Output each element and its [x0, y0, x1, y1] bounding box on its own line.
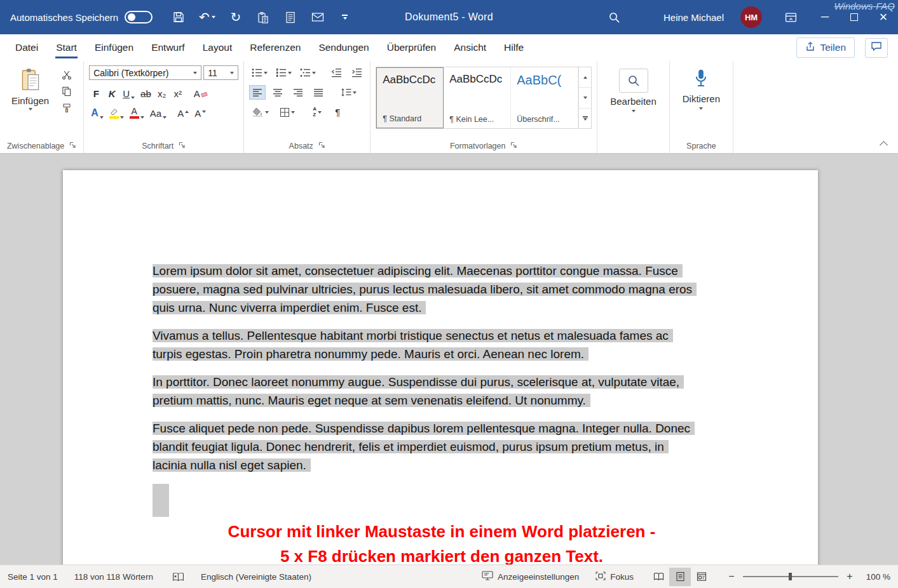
paste-button[interactable]: Einfügen — [5, 65, 55, 113]
word-count[interactable]: 118 von 118 Wörtern — [74, 572, 153, 582]
font-color-button[interactable]: A — [128, 105, 146, 119]
dialog-launcher-icon[interactable] — [510, 142, 517, 150]
maximize-button[interactable] — [840, 0, 869, 34]
dialog-launcher-icon[interactable] — [179, 142, 186, 150]
undo-dropdown-icon[interactable] — [212, 16, 215, 18]
align-left-button[interactable] — [249, 85, 266, 100]
grow-font-button[interactable]: A — [175, 105, 191, 119]
shading-button[interactable] — [249, 105, 272, 119]
qat-customize-icon[interactable] — [338, 10, 352, 25]
gallery-scroll-up-icon[interactable] — [579, 67, 591, 88]
qat-mail-icon[interactable] — [311, 10, 325, 25]
minimize-button[interactable]: ─ — [810, 0, 840, 34]
page-indicator[interactable]: Seite 1 von 1 — [8, 572, 58, 582]
underline-dropdown-icon[interactable] — [131, 97, 135, 99]
superscript-button[interactable]: x² — [171, 85, 185, 100]
tab-start[interactable]: Start — [47, 34, 86, 61]
multilevel-list-button[interactable] — [297, 65, 318, 80]
collapse-ribbon-icon[interactable] — [880, 141, 888, 149]
line-spacing-button[interactable] — [337, 85, 360, 100]
selected-empty-paragraph[interactable] — [153, 484, 169, 517]
italic-button[interactable]: K — [105, 85, 119, 100]
tab-ansicht[interactable]: Ansicht — [445, 34, 495, 61]
bold-button[interactable]: F — [89, 85, 103, 100]
font-size-select[interactable]: 11 — [203, 65, 238, 80]
align-right-button[interactable] — [290, 85, 306, 100]
zoom-level[interactable]: 100 % — [861, 572, 890, 582]
redo-icon[interactable]: ↻ — [229, 10, 243, 25]
qat-document-icon[interactable] — [283, 10, 297, 25]
paste-dropdown-icon[interactable] — [29, 108, 32, 110]
increase-indent-icon[interactable] — [348, 65, 365, 80]
language-indicator[interactable]: Englisch (Vereinigte Staaten) — [201, 572, 311, 582]
ribbon-display-options-icon[interactable] — [784, 10, 798, 25]
change-case-button[interactable]: Aa — [148, 105, 168, 119]
editing-button[interactable]: Bearbeiten — [602, 67, 664, 114]
qat-paste-icon[interactable] — [256, 10, 270, 25]
focus-button[interactable]: Fokus — [595, 571, 634, 582]
zoom-in-button[interactable]: + — [845, 571, 855, 582]
tab-layout[interactable]: Layout — [194, 34, 242, 61]
dialog-launcher-icon[interactable] — [69, 142, 76, 150]
gallery-scroll-down-icon[interactable] — [579, 88, 591, 108]
show-paragraph-marks-button[interactable]: ¶ — [329, 105, 346, 119]
autosave-control[interactable]: Automatisches Speichern — [10, 11, 153, 23]
save-icon[interactable] — [172, 10, 186, 25]
zoom-slider-thumb[interactable] — [789, 573, 792, 580]
selected-text-line[interactable]: Fusce aliquet pede non pede. Suspendisse… — [153, 422, 695, 435]
display-settings-button[interactable]: Anzeigeeinstellungen — [482, 571, 579, 582]
selected-text-line[interactable]: quis urna. Nunc viverra imperdiet enim. … — [153, 301, 426, 314]
zoom-out-button[interactable]: − — [726, 571, 737, 582]
text-highlight-button[interactable] — [107, 105, 126, 119]
decrease-indent-icon[interactable] — [328, 65, 344, 80]
selected-text-line[interactable]: In porttitor. Donec laoreet nonummy augu… — [153, 375, 684, 389]
underline-button[interactable]: U — [121, 85, 137, 100]
selected-text-line[interactable]: Vivamus a tellus. Pellentesque habitant … — [153, 329, 673, 342]
read-mode-icon[interactable] — [648, 568, 669, 586]
subscript-button[interactable]: x₂ — [155, 85, 169, 100]
align-center-button[interactable] — [269, 85, 286, 100]
text-effects-button[interactable]: A — [89, 105, 105, 119]
autosave-toggle[interactable] — [125, 11, 153, 23]
clear-formatting-button[interactable]: A — [192, 85, 209, 100]
copy-icon[interactable] — [62, 86, 76, 97]
bullet-list-button[interactable] — [249, 65, 269, 80]
format-painter-icon[interactable] — [62, 102, 76, 113]
red-caption-line[interactable]: Cursor mit linker Maustaste in einem Wor… — [153, 519, 731, 544]
print-layout-icon[interactable] — [669, 568, 691, 586]
web-layout-icon[interactable] — [691, 568, 712, 586]
tab-ueberpruefen[interactable]: Überprüfen — [378, 34, 446, 61]
selected-text-line[interactable]: lacinia nulla nisl eget sapien. — [153, 458, 311, 472]
tab-referenzen[interactable]: Referenzen — [241, 34, 310, 61]
cut-icon[interactable] — [62, 69, 76, 80]
selected-text-line[interactable]: Lorem ipsum dolor sit amet, consectetuer… — [153, 264, 683, 277]
tab-entwurf[interactable]: Entwurf — [142, 34, 194, 61]
selected-text-line[interactable]: pretium mattis, nunc. Mauris eget neque … — [153, 394, 590, 407]
numbered-list-button[interactable] — [273, 65, 294, 80]
style-card-no-spacing[interactable]: AaBbCcDc ¶ Kein Lee... — [444, 67, 511, 128]
search-icon[interactable] — [608, 10, 622, 25]
strikethrough-button[interactable]: ab — [139, 85, 153, 100]
document-page[interactable]: Lorem ipsum dolor sit amet, consectetuer… — [63, 170, 818, 565]
gallery-more-icon[interactable] — [579, 109, 591, 128]
red-caption-line[interactable]: 5 x F8 drücken markiert den ganzen Text. — [153, 544, 731, 565]
user-name[interactable]: Heine Michael — [663, 12, 724, 23]
justify-button[interactable] — [310, 85, 327, 100]
proofing-icon[interactable] — [172, 572, 184, 582]
selected-text-line[interactable]: turpis egestas. Proin pharetra nonummy p… — [153, 347, 588, 361]
zoom-slider[interactable] — [743, 571, 838, 582]
tab-hilfe[interactable]: Hilfe — [495, 34, 533, 61]
tab-datei[interactable]: Datei — [6, 34, 47, 61]
selected-text-line[interactable]: posuere, magna sed pulvinar ultricies, p… — [153, 283, 697, 296]
share-button[interactable]: Teilen — [796, 37, 855, 58]
dialog-launcher-icon[interactable] — [318, 142, 325, 150]
style-card-heading[interactable]: AaBbC( Überschrif... — [511, 67, 578, 128]
dictate-button[interactable]: Diktieren — [675, 67, 728, 111]
sort-button[interactable]: AZ — [309, 105, 325, 119]
font-name-select[interactable]: Calibri (Textkörper) — [89, 65, 201, 80]
borders-button[interactable] — [276, 105, 299, 119]
selected-text-line[interactable]: blandit feugiat ligula. Donec hendrerit,… — [153, 440, 669, 453]
tab-einfuegen[interactable]: Einfügen — [86, 34, 142, 61]
avatar[interactable]: HM — [740, 6, 762, 28]
shrink-font-button[interactable]: A — [193, 105, 208, 119]
